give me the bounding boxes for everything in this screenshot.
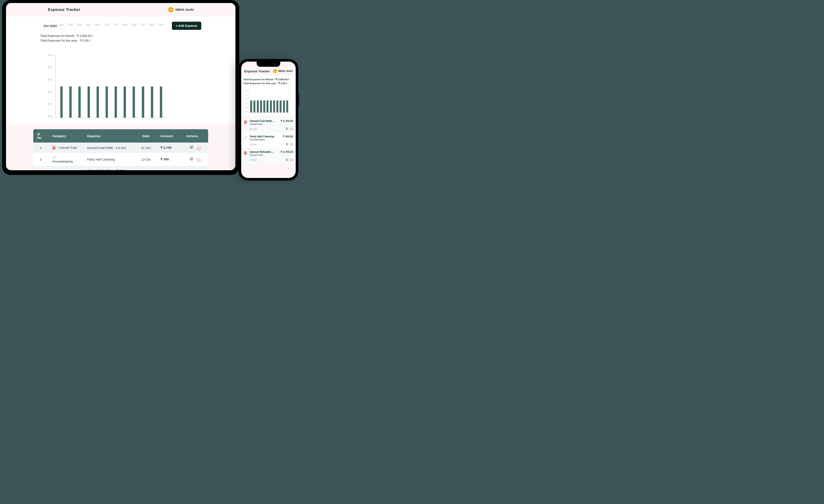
edit-icon[interactable] xyxy=(286,127,288,131)
y-tick: ₹ 0 xyxy=(40,66,52,69)
user-menu[interactable]: N Nikhil Joshi xyxy=(168,7,194,12)
chart-plot-area: Jan Feb Mar Apr May Jun Jul Aug Sep Oct … xyxy=(249,90,289,113)
cell-category-text: - Genset Fuel xyxy=(57,146,77,149)
x-tick: Jan xyxy=(250,78,252,80)
delete-icon[interactable]: x xyxy=(197,159,201,162)
x-tick: Nov xyxy=(149,23,155,26)
bar xyxy=(280,100,282,112)
item-name: Genset Refuelling… xyxy=(250,150,275,154)
y-tick: ₹ 0 xyxy=(243,98,247,100)
x-tick: Jun xyxy=(266,78,269,80)
bar xyxy=(69,87,72,118)
add-expense-button[interactable]: + Add Expense xyxy=(172,22,201,30)
list-item[interactable]: ⛽ Genset Fuel Refill … ₹ 2,700.00 Genset… xyxy=(241,117,296,133)
edit-icon[interactable] xyxy=(190,157,193,161)
broom-icon: 🧹 xyxy=(244,135,247,146)
bar xyxy=(78,87,81,118)
y-tick: ₹ 0 xyxy=(40,78,52,81)
x-tick: Jun xyxy=(104,23,109,26)
cell-actions: x xyxy=(182,166,208,170)
edit-icon[interactable] xyxy=(190,170,193,170)
edit-icon[interactable] xyxy=(190,145,193,149)
x-tick: Nov xyxy=(283,78,285,80)
bar xyxy=(133,87,135,118)
totals-summary: Total Expenses for Month - ₹ 5,800.00 /-… xyxy=(40,34,201,43)
table-header-row: Sl No Category Expense Date Amount Actio… xyxy=(33,129,208,142)
th-slno: Sl No xyxy=(33,129,48,142)
cell-actions: x xyxy=(182,142,208,153)
th-date: Date xyxy=(135,129,157,142)
bar xyxy=(270,100,272,112)
table-row: 3 ⛽ - Genset Fuel Genset Refuelling - 22… xyxy=(33,166,208,170)
edit-icon[interactable] xyxy=(286,142,288,146)
expense-bar-chart: ₹ 0 ₹ 0 ₹ 0 ₹ 0 ₹ 0 ₹ 0 Jan Feb Mar Apr … xyxy=(248,90,293,113)
user-avatar: N xyxy=(273,69,277,73)
chart-y-axis: ₹ 0 ₹ 0 ₹ 0 ₹ 0 ₹ 0 ₹ 0 xyxy=(40,54,52,118)
x-tick: Feb xyxy=(253,78,256,80)
delete-icon[interactable]: x xyxy=(290,143,293,145)
bar xyxy=(253,100,255,112)
app-body: Oct 2022 + Add Expense Total Expenses fo… xyxy=(26,16,215,118)
x-tick: Apr xyxy=(86,23,91,26)
expense-table: Sl No Category Expense Date Amount Actio… xyxy=(33,129,208,170)
cell-expense: Party Hall Cleaning xyxy=(83,153,135,166)
app-title: Expense Tracker xyxy=(244,69,270,73)
bar xyxy=(151,87,153,118)
bar xyxy=(286,100,288,112)
y-tick: ₹ 0 xyxy=(243,111,247,113)
totals-month: Total Expenses for Month - ₹ 5,800.00 /- xyxy=(40,34,201,38)
bar xyxy=(263,100,265,112)
list-item[interactable]: ⛽ Genset Refuelling… ₹ 2,700.00 Genset F… xyxy=(241,148,296,164)
cell-amount: ₹ 2,700 xyxy=(157,166,182,170)
x-tick: Mar xyxy=(77,23,82,26)
month-selector-label: Oct 2022 xyxy=(43,24,57,28)
bar xyxy=(273,100,275,112)
cell-category: 🧹 - Housekeeping xyxy=(48,153,83,166)
list-item-content: Genset Fuel Refill … ₹ 2,700.00 Genset F… xyxy=(250,119,293,131)
cell-slno: 1 xyxy=(33,142,48,153)
list-item-content: Genset Refuelling… ₹ 2,700.00 Genset Fue… xyxy=(250,150,293,162)
item-date: 13 Oct xyxy=(250,143,256,146)
cell-slno: 2 xyxy=(33,153,48,166)
expense-bar-chart: ₹ 0 ₹ 0 ₹ 0 ₹ 0 ₹ 0 ₹ 0 Jan Feb Mar Apr … xyxy=(53,54,195,118)
x-tick: Mar xyxy=(256,78,259,80)
totals-year: Total Expenses for this year - ₹ 0.00 /- xyxy=(243,82,294,85)
user-avatar: N xyxy=(168,7,173,12)
x-tick: Dec xyxy=(159,23,164,26)
delete-icon[interactable]: x xyxy=(290,128,293,130)
cell-slno: 3 xyxy=(33,166,48,170)
cell-date: 13 Oct xyxy=(135,153,157,166)
cell-expense: Genset Fuel Refill - 1st Oct xyxy=(83,142,135,153)
cell-category: ⛽ - Genset Fuel xyxy=(48,166,83,170)
cell-amount: ₹ 2,700 xyxy=(157,142,182,153)
chart-plot-area: Jan Feb Mar Apr May Jun Jul Aug Sep Oct … xyxy=(56,54,167,118)
x-tick: Feb xyxy=(68,23,73,26)
phone-side-button xyxy=(298,93,299,106)
item-name: Genset Fuel Refill … xyxy=(250,119,275,122)
fuel-icon: ⛽ xyxy=(52,146,56,149)
delete-icon[interactable]: x xyxy=(197,147,201,150)
item-amount: ₹ 400.00 xyxy=(283,135,293,138)
item-category: Genset Fuel xyxy=(250,154,293,156)
app-header: Expense Tracker N Nikhil Joshi xyxy=(6,3,235,16)
cell-actions: x xyxy=(182,153,208,166)
x-tick: May xyxy=(263,78,266,80)
table-row: 2 🧹 - Housekeeping Party Hall Cleaning 1… xyxy=(33,153,208,166)
expense-table-section: Sl No Category Expense Date Amount Actio… xyxy=(6,124,235,170)
x-tick: Jan xyxy=(59,23,64,26)
y-tick: ₹ 0 xyxy=(40,90,52,94)
bar xyxy=(260,100,262,112)
y-tick: ₹ 0 xyxy=(40,115,52,118)
broom-icon: 🧹 xyxy=(52,156,56,160)
x-tick: Aug xyxy=(273,78,275,80)
list-item[interactable]: 🧹 Party Hall Cleaning ₹ 400.00 Housekeep… xyxy=(241,133,296,148)
user-menu[interactable]: N Nikhil Joshi xyxy=(273,69,293,73)
th-actions: Actions xyxy=(182,129,208,142)
edit-icon[interactable] xyxy=(286,158,288,162)
x-tick: Oct xyxy=(140,23,145,26)
app-body: Total Expenses for Month - ₹ 5,800.00 /-… xyxy=(241,76,296,116)
table-row: 1 ⛽ - Genset Fuel Genset Fuel Refill - 1… xyxy=(33,142,208,153)
x-tick: Apr xyxy=(260,78,262,80)
delete-icon[interactable]: x xyxy=(290,159,293,161)
expense-list: ⛽ Genset Fuel Refill … ₹ 2,700.00 Genset… xyxy=(241,116,296,164)
